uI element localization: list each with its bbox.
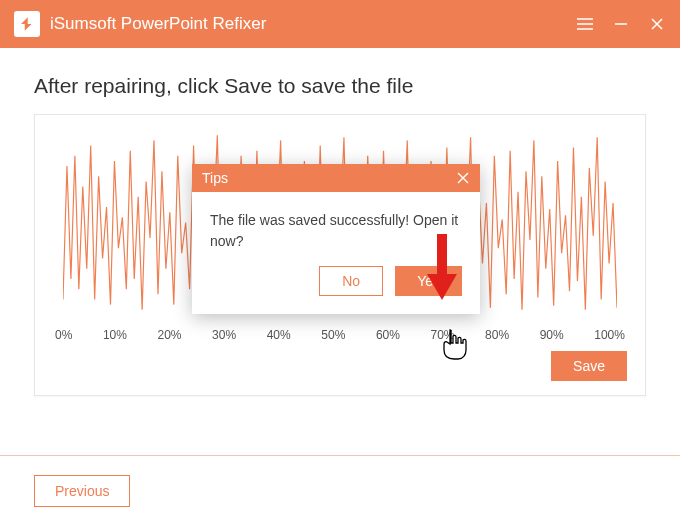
axis-tick: 100%: [594, 328, 625, 342]
footer: Previous: [0, 456, 680, 525]
axis-tick: 0%: [55, 328, 72, 342]
dialog-message: The file was saved successfully! Open it…: [192, 192, 480, 266]
axis-tick: 20%: [158, 328, 182, 342]
no-button[interactable]: No: [319, 266, 383, 296]
axis-tick: 60%: [376, 328, 400, 342]
dialog-title: Tips: [202, 170, 228, 186]
axis-tick: 40%: [267, 328, 291, 342]
axis-tick: 30%: [212, 328, 236, 342]
app-logo-icon: [14, 11, 40, 37]
dialog-header: Tips: [192, 164, 480, 192]
page-heading: After repairing, click Save to save the …: [34, 74, 646, 98]
axis-tick: 70%: [430, 328, 454, 342]
axis-tick: 80%: [485, 328, 509, 342]
previous-button[interactable]: Previous: [34, 475, 130, 507]
dialog-close-icon[interactable]: [456, 171, 470, 185]
close-icon[interactable]: [648, 15, 666, 33]
axis-tick: 10%: [103, 328, 127, 342]
titlebar: iSumsoft PowerPoint Refixer: [0, 0, 680, 48]
minimize-icon[interactable]: [612, 15, 630, 33]
x-axis-labels: 0% 10% 20% 30% 40% 50% 60% 70% 80% 90% 1…: [53, 328, 627, 342]
app-title: iSumsoft PowerPoint Refixer: [50, 14, 576, 34]
save-button[interactable]: Save: [551, 351, 627, 381]
yes-button[interactable]: Yes: [395, 266, 462, 296]
axis-tick: 50%: [321, 328, 345, 342]
menu-icon[interactable]: [576, 15, 594, 33]
tips-dialog: Tips The file was saved successfully! Op…: [192, 164, 480, 314]
axis-tick: 90%: [540, 328, 564, 342]
